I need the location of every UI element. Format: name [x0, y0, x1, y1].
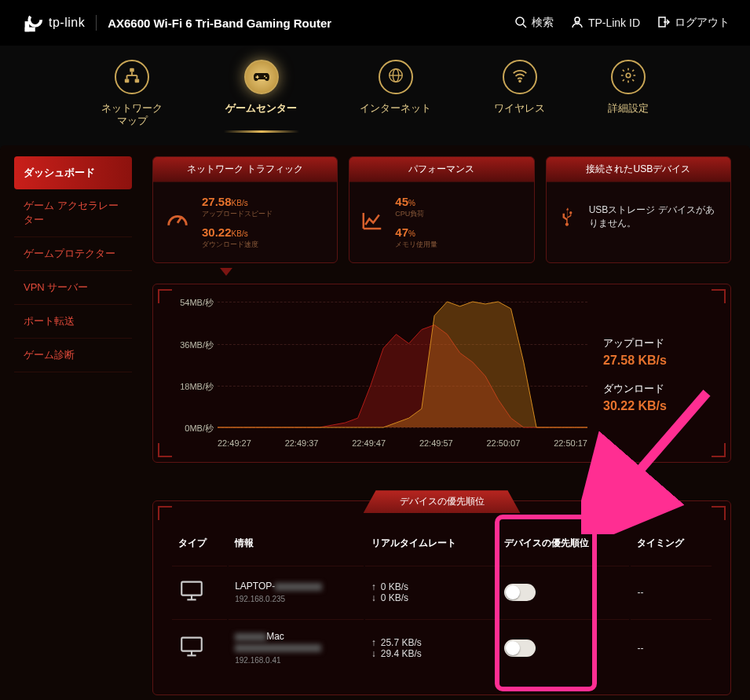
svg-point-22: [519, 80, 521, 82]
device-name: LAPTOP-: [235, 581, 357, 592]
header-actions: 検索 TP-Link ID ログアウト: [514, 16, 730, 31]
sidebar-item-game-diagnostics[interactable]: ゲーム診断: [14, 339, 132, 372]
chart-line-icon: [360, 209, 384, 236]
divider: [96, 15, 97, 31]
search-button[interactable]: 検索: [514, 16, 554, 31]
gear-icon: [620, 67, 637, 87]
cpu-unit: %: [408, 199, 415, 207]
download-label: ダウンロード速度: [202, 240, 273, 250]
col-priority: デバイスの優先順位: [498, 526, 629, 564]
svg-rect-25: [181, 582, 202, 596]
card-performance[interactable]: パフォーマンス 45% CPU負荷 47% メモリ使用量: [349, 156, 534, 263]
col-type: タイプ: [172, 526, 227, 564]
device-name: Mac: [235, 631, 357, 642]
mem-unit: %: [408, 229, 415, 238]
svg-point-18: [265, 77, 267, 79]
upload-value: 27.58: [202, 195, 232, 208]
header: tp-link AX6600 Wi-Fi 6 Tri-Band Gaming R…: [0, 0, 750, 46]
card-title: 接続されたUSBデバイス: [547, 157, 730, 182]
card-title: ネットワーク トラフィック: [153, 157, 337, 182]
device-timing: --: [631, 566, 712, 618]
arrow-up-icon: ↑: [371, 637, 376, 648]
sidebar: ダッシュボード ゲーム アクセラレーター ゲームプロテクター VPN サーバー …: [14, 145, 132, 700]
product-name: AX6600 Wi-Fi 6 Tri-Band Gaming Router: [108, 16, 331, 30]
upload-unit: KB/s: [232, 199, 248, 207]
logout-label: ログアウト: [675, 16, 730, 30]
table-row: Mac192.168.0.41↑ 25.7 KB/s↓ 29.4 KB/s--: [172, 619, 712, 676]
device-priority-toggle[interactable]: [504, 640, 536, 657]
callout-arrow-icon: [220, 268, 232, 276]
nav-advanced[interactable]: 詳細設定: [608, 60, 649, 126]
speed-gauge-icon: [164, 207, 191, 237]
col-timing: タイミング: [631, 526, 712, 564]
svg-rect-2: [25, 27, 35, 32]
col-info: 情報: [229, 526, 364, 564]
chart-xtick: 22:50:17: [554, 438, 587, 448]
upload-rate: ↑ 25.7 KB/s: [371, 637, 490, 648]
device-ip: 192.168.0.235: [235, 595, 357, 603]
mem-label: メモリ使用量: [395, 240, 437, 250]
sidebar-item-vpn-server[interactable]: VPN サーバー: [14, 271, 132, 305]
sidebar-item-port-forwarding[interactable]: ポート転送: [14, 305, 132, 339]
table-row: LAPTOP-192.168.0.235↑ 0 KB/s↓ 0 KB/s--: [172, 566, 712, 618]
sidebar-item-game-protector[interactable]: ゲームプロテクター: [14, 237, 132, 271]
chart-xtick: 22:49:57: [419, 438, 453, 448]
col-rate: リアルタイムレート: [365, 526, 496, 564]
search-label: 検索: [532, 16, 554, 30]
gamepad-icon: [252, 66, 271, 88]
svg-rect-16: [255, 77, 258, 79]
nav-network-map[interactable]: ネットワーク マップ: [101, 60, 163, 126]
tplink-id-label: TP-Link ID: [588, 16, 640, 29]
cpu-value: 45: [395, 195, 408, 208]
device-priority-section: デバイスの優先順位 タイプ 情報 リアルタイムレート デバイスの優先順位 タイミ…: [152, 500, 731, 695]
sidebar-item-dashboard[interactable]: ダッシュボード: [14, 156, 132, 189]
logo[interactable]: tp-link: [20, 11, 85, 35]
desktop-icon: [178, 596, 205, 607]
nav-label: ネットワーク マップ: [101, 102, 163, 126]
sidebar-item-game-accelerator[interactable]: ゲーム アクセラレーター: [14, 189, 132, 237]
arrow-down-icon: ↓: [371, 592, 376, 603]
sitemap-icon: [123, 67, 141, 87]
upload-rate: ↑ 0 KB/s: [371, 581, 490, 592]
svg-point-0: [29, 14, 41, 26]
nav-label: ゲームセンター: [225, 102, 297, 115]
download-rate: ↓ 0 KB/s: [371, 592, 490, 603]
upload-label: アップロードスピード: [202, 209, 273, 219]
device-ip: 192.168.0.41: [235, 656, 357, 665]
svg-line-4: [523, 24, 526, 27]
traffic-chart: 54MB/秒36MB/秒18MB/秒0MB/秒 22:49:2722:49:37…: [152, 284, 731, 463]
device-priority-table: タイプ 情報 リアルタイムレート デバイスの優先順位 タイミング LAPTOP-…: [170, 524, 713, 677]
brand-name: tp-link: [49, 16, 85, 30]
svg-rect-8: [130, 68, 134, 72]
download-rate: ↓ 29.4 KB/s: [371, 648, 490, 659]
svg-point-5: [575, 17, 580, 22]
card-title: パフォーマンス: [349, 157, 533, 182]
wifi-icon: [511, 67, 529, 87]
globe-icon: [387, 67, 404, 87]
nav-internet[interactable]: インターネット: [360, 60, 431, 126]
nav-game-center[interactable]: ゲームセンター: [225, 60, 297, 126]
main-nav: ネットワーク マップ ゲームセンター インターネット ワイヤレス 詳細設定: [0, 46, 750, 145]
chart-ytick: 18MB/秒: [170, 380, 214, 392]
device-timing: --: [631, 619, 712, 676]
arrow-up-icon: ↑: [371, 581, 376, 592]
chart-xtick: 22:49:47: [352, 438, 386, 448]
chart-xtick: 22:49:37: [285, 438, 319, 448]
device-priority-toggle[interactable]: [504, 584, 536, 601]
legend-upload-value: 27.58 KB/s: [603, 354, 713, 368]
nav-wireless[interactable]: ワイヤレス: [494, 60, 545, 126]
svg-point-3: [516, 17, 524, 25]
nav-label: 詳細設定: [608, 102, 649, 115]
nav-label: ワイヤレス: [494, 102, 545, 115]
card-network-traffic[interactable]: ネットワーク トラフィック 27.58KB/s アップロードスピード 30.22…: [152, 156, 338, 263]
main-content: ネットワーク トラフィック 27.58KB/s アップロードスピード 30.22…: [148, 145, 736, 700]
cpu-label: CPU負荷: [395, 209, 437, 219]
search-icon: [514, 16, 527, 31]
card-usb-devices[interactable]: 接続されたUSBデバイス USBストレージ デバイスがありません。: [546, 156, 731, 263]
tplink-id-button[interactable]: TP-Link ID: [571, 16, 640, 31]
logout-button[interactable]: ログアウト: [657, 16, 730, 31]
download-value: 30.22: [202, 225, 232, 239]
svg-point-17: [264, 75, 265, 77]
tp-link-logo-icon: [20, 11, 44, 35]
svg-point-23: [626, 73, 631, 78]
